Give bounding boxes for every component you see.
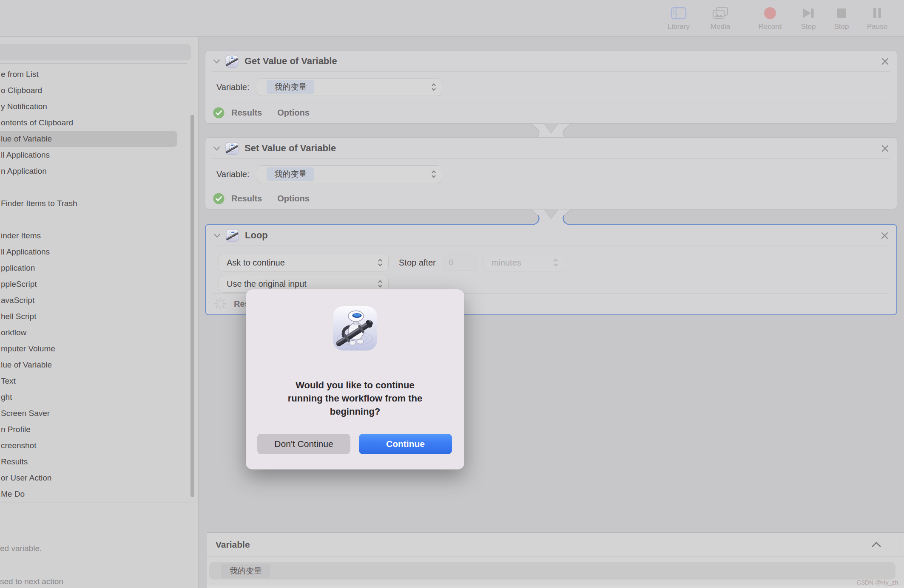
action-title: Loop — [245, 230, 268, 241]
automator-window: Library Media Record Step Stop — [0, 0, 904, 588]
stop-icon — [821, 4, 862, 22]
dont-continue-button[interactable]: Don't Continue — [257, 434, 350, 454]
sidebar-item-label: inder Items — [1, 231, 41, 240]
close-icon[interactable] — [881, 232, 889, 240]
sidebar-item-label: or User Action — [1, 473, 51, 482]
results-button[interactable]: Results — [231, 108, 262, 118]
sidebar-item[interactable]: pplication — [0, 260, 189, 276]
sidebar-scrollbar[interactable] — [190, 115, 194, 497]
sidebar-item[interactable]: o Clipboard — [0, 82, 189, 99]
toolbar-label: Media — [700, 23, 741, 31]
loop-input-value: Use the original input — [222, 279, 307, 289]
sidebar-item-label: n Profile — [1, 425, 31, 434]
search-input[interactable] — [0, 44, 191, 60]
sidebar-item-label: creenshot — [1, 441, 36, 450]
action-set-value-of-variable[interactable]: Set Value of Variable Variable: 我的变量 Res… — [205, 137, 897, 209]
toolbar-button-library[interactable]: Library — [658, 4, 699, 31]
workflow-connector — [531, 123, 571, 139]
variables-panel-header: Variable — [207, 533, 904, 557]
dialog-message-line: running the workflow from the — [246, 392, 464, 405]
sidebar-item-label: n Application — [1, 167, 47, 175]
sidebar-item-label: Finder Items to Trash — [1, 199, 77, 208]
loop-mode-select[interactable]: Ask to continue — [219, 254, 389, 271]
spinner-icon — [213, 297, 227, 311]
sidebar-item[interactable]: ght — [0, 389, 189, 405]
sidebar-item[interactable]: e from List — [0, 66, 189, 82]
sidebar-item[interactable] — [0, 212, 189, 228]
sidebar-item-label: ll Applications — [1, 150, 50, 159]
continue-button[interactable]: Continue — [359, 434, 452, 454]
disclosure-chevron-icon[interactable] — [213, 59, 220, 64]
variable-select[interactable]: 我的变量 — [257, 78, 442, 96]
toolbar-button-stop[interactable]: Stop — [821, 4, 862, 31]
sidebar-item[interactable]: y Notification — [0, 99, 189, 115]
sidebar-item[interactable]: lue of Variable — [0, 131, 177, 147]
sidebar-item[interactable]: Screen Saver — [0, 405, 189, 421]
sidebar-item-label: ght — [1, 393, 12, 401]
sidebar-item[interactable]: mputer Volume — [0, 341, 189, 357]
sidebar-item[interactable]: ppleScript — [0, 276, 189, 292]
sidebar-item[interactable]: ll Applications — [0, 244, 189, 260]
actions-library-sidebar: e from Listo Clipboardy Notificationonte… — [0, 37, 199, 588]
sidebar-item[interactable] — [0, 179, 189, 195]
sidebar-item[interactable]: n Application — [0, 163, 189, 179]
results-button[interactable]: Results — [231, 194, 262, 204]
variable-select[interactable]: 我的变量 — [257, 165, 442, 183]
sidebar-item[interactable]: Me Do — [0, 486, 189, 502]
close-icon[interactable] — [881, 144, 889, 153]
sidebar-item[interactable]: Text — [0, 373, 189, 389]
action-get-value-of-variable[interactable]: Get Value of Variable Variable: 我的变量 Res… — [205, 50, 897, 124]
action-header: Set Value of Variable — [205, 138, 897, 159]
toolbar-label: Record — [750, 23, 790, 31]
chevron-up-icon[interactable] — [872, 542, 881, 547]
sidebar-item[interactable]: hell Script — [0, 308, 189, 325]
toolbar: Library Media Record Step Stop — [0, 0, 904, 37]
toolbar-button-media[interactable]: Media — [700, 4, 741, 31]
sidebar-item[interactable]: avaScript — [0, 292, 189, 308]
dialog-message: Would you like to continue running the w… — [246, 379, 464, 418]
toolbar-button-pause[interactable]: Pause — [857, 4, 898, 31]
sidebar-item[interactable]: lue of Variable — [0, 357, 189, 373]
sidebar-item-label: ontents of Clipboard — [1, 118, 73, 127]
variable-row: Variable: 我的变量 — [205, 78, 897, 96]
variable-field-label: Variable: — [216, 170, 249, 179]
variables-panel: Variable 我的变量 — [207, 532, 904, 588]
variable-list-next-row — [207, 585, 904, 588]
stepper-chevrons-icon — [431, 82, 437, 92]
toolbar-label: Library — [658, 23, 699, 31]
automator-robot-icon — [225, 55, 239, 68]
variable-token[interactable]: 我的变量 — [267, 167, 314, 181]
stop-after-unit-select[interactable]: minutes — [483, 254, 564, 271]
divider — [899, 537, 899, 553]
sidebar-item[interactable]: ll Applications — [0, 147, 189, 163]
sidebar-item[interactable]: Results — [0, 454, 189, 470]
disclosure-chevron-icon[interactable] — [213, 146, 220, 151]
sidebar-item[interactable]: inder Items — [0, 228, 189, 244]
options-button[interactable]: Options — [277, 108, 310, 118]
sidebar-item[interactable]: orkflow — [0, 325, 189, 341]
toolbar-button-record[interactable]: Record — [750, 4, 790, 31]
sidebar-item[interactable]: n Profile — [0, 421, 189, 438]
sidebar-item-label: y Notification — [1, 102, 47, 111]
sidebar-item[interactable]: Finder Items to Trash — [0, 195, 189, 212]
stepper-chevrons-icon — [377, 279, 383, 289]
sidebar-item-label: lue of Variable — [1, 134, 52, 143]
variable-list-row[interactable]: 我的变量 — [209, 562, 895, 580]
sidebar-item-label: ppleScript — [1, 280, 37, 288]
sidebar-item-label: pplication — [1, 263, 35, 272]
automator-robot-icon — [225, 142, 239, 155]
actions-list: e from Listo Clipboardy Notificationonte… — [0, 66, 189, 502]
sidebar-item[interactable]: creenshot — [0, 438, 189, 454]
sidebar-item[interactable]: ontents of Clipboard — [0, 115, 189, 131]
action-footer: Results Options — [205, 102, 897, 123]
sidebar-item[interactable]: or User Action — [0, 470, 189, 486]
action-title: Set Value of Variable — [244, 143, 336, 154]
disclosure-chevron-icon[interactable] — [213, 233, 221, 238]
variable-token[interactable]: 我的变量 — [267, 80, 314, 94]
stop-after-input[interactable]: 0 — [443, 254, 477, 271]
close-icon[interactable] — [881, 57, 889, 65]
media-icon — [700, 4, 741, 22]
variable-token[interactable]: 我的变量 — [221, 564, 270, 578]
automator-app-icon — [331, 305, 379, 354]
options-button[interactable]: Options — [277, 194, 310, 204]
